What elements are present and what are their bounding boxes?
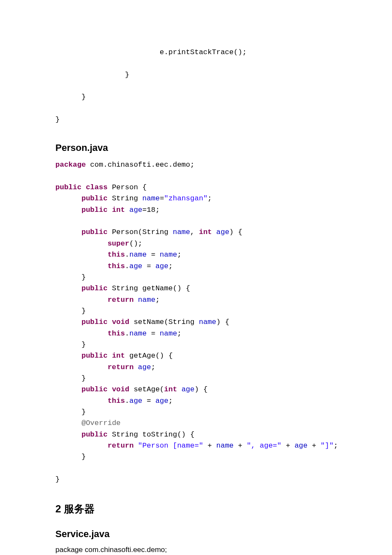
- text: String getName() {: [107, 284, 190, 292]
- kw-return: return: [107, 363, 133, 371]
- kw-void: void: [112, 385, 130, 393]
- text: Person {: [107, 183, 147, 191]
- kw-this: this: [107, 330, 125, 338]
- param-age: age: [182, 385, 195, 393]
- kw-return: return: [107, 442, 133, 450]
- kw-return: return: [107, 296, 133, 304]
- code-line: e.printStackTrace();: [55, 48, 247, 56]
- heading-service-java: Service.java: [55, 529, 362, 540]
- text: ) {: [195, 385, 208, 393]
- kw-this: this: [107, 397, 125, 405]
- field-name: name: [129, 251, 147, 259]
- text: ;: [208, 194, 212, 202]
- field-name: name: [216, 442, 233, 450]
- text: .: [125, 262, 129, 270]
- text: =: [160, 194, 164, 202]
- text: com.chinasofti.eec.demo;: [86, 161, 194, 169]
- kw-this: this: [107, 251, 125, 259]
- kw-this: this: [107, 262, 125, 270]
- text: =18;: [142, 206, 160, 214]
- kw-class: class: [86, 183, 107, 191]
- field-name: name: [138, 296, 156, 304]
- string-literal: "]": [320, 442, 334, 450]
- field-name: name: [129, 330, 147, 338]
- text: ;: [168, 397, 173, 405]
- text: ) {: [229, 228, 242, 236]
- text: ;: [156, 296, 160, 304]
- param-age: age: [216, 228, 230, 236]
- kw-super: super: [107, 240, 129, 248]
- kw-int: int: [199, 228, 212, 236]
- kw-public: public: [81, 318, 107, 326]
- kw-public: public: [81, 194, 107, 202]
- annotation-override: @Override: [81, 419, 121, 427]
- text: +: [203, 442, 216, 450]
- document-page: e.printStackTrace(); } } } Person.java p…: [0, 0, 392, 555]
- kw-int: int: [112, 206, 125, 214]
- param-name: name: [199, 318, 216, 326]
- string-literal: "Person [name=": [138, 442, 203, 450]
- text: ,: [190, 228, 199, 236]
- param-age: age: [156, 397, 169, 405]
- text: +: [308, 442, 321, 450]
- code-line: }: [55, 71, 129, 79]
- param-name: name: [173, 228, 190, 236]
- kw-package: package: [55, 161, 86, 169]
- string-literal: ", age=": [247, 442, 282, 450]
- field-age: age: [138, 363, 151, 371]
- kw-int: int: [164, 385, 177, 393]
- kw-public: public: [81, 228, 107, 236]
- text: ;: [151, 363, 155, 371]
- text: =: [147, 330, 160, 338]
- text: ) {: [216, 318, 230, 326]
- field-age: age: [294, 442, 308, 450]
- kw-public: public: [81, 431, 107, 439]
- code-line: }: [55, 93, 86, 101]
- code-person-java: package com.chinasofti.eec.demo; public …: [55, 159, 362, 485]
- text: ;: [177, 251, 182, 259]
- field-age: age: [129, 262, 142, 270]
- text: String toString() {: [107, 431, 194, 439]
- text: .: [125, 397, 129, 405]
- text: setName(String: [129, 318, 199, 326]
- field-age: age: [129, 397, 142, 405]
- text: setAge(: [129, 385, 164, 393]
- text: [125, 206, 129, 214]
- text: .: [125, 251, 129, 259]
- field-age: age: [129, 206, 142, 214]
- text: Person(String: [107, 228, 173, 236]
- param-age: age: [156, 262, 169, 270]
- code-line: }: [55, 116, 60, 124]
- text: }: [55, 453, 86, 461]
- kw-public: public: [81, 284, 107, 292]
- kw-public: public: [81, 385, 107, 393]
- heading-server: 2 服务器: [55, 502, 362, 516]
- text: +: [282, 442, 295, 450]
- code-fragment-top: e.printStackTrace(); } } }: [55, 47, 362, 125]
- text: ;: [334, 442, 338, 450]
- field-name: name: [142, 194, 160, 202]
- param-name: name: [160, 330, 177, 338]
- kw-public: public: [55, 183, 81, 191]
- kw-public: public: [81, 206, 107, 214]
- kw-int: int: [112, 352, 125, 360]
- text: }: [55, 475, 60, 483]
- service-package-line: package com.chinasofti.eec.demo;: [55, 546, 362, 554]
- text: =: [147, 251, 160, 259]
- kw-void: void: [112, 318, 130, 326]
- param-name: name: [160, 251, 177, 259]
- heading-person-java: Person.java: [55, 142, 362, 153]
- text: ;: [168, 262, 173, 270]
- text: =: [142, 262, 156, 270]
- text: =: [142, 397, 156, 405]
- text: ();: [129, 240, 142, 248]
- text: .: [125, 330, 129, 338]
- kw-public: public: [81, 352, 107, 360]
- text: String: [107, 194, 142, 202]
- string-literal: "zhansgan": [164, 194, 208, 202]
- text: getAge() {: [125, 352, 173, 360]
- text: +: [233, 442, 247, 450]
- text: ;: [177, 330, 182, 338]
